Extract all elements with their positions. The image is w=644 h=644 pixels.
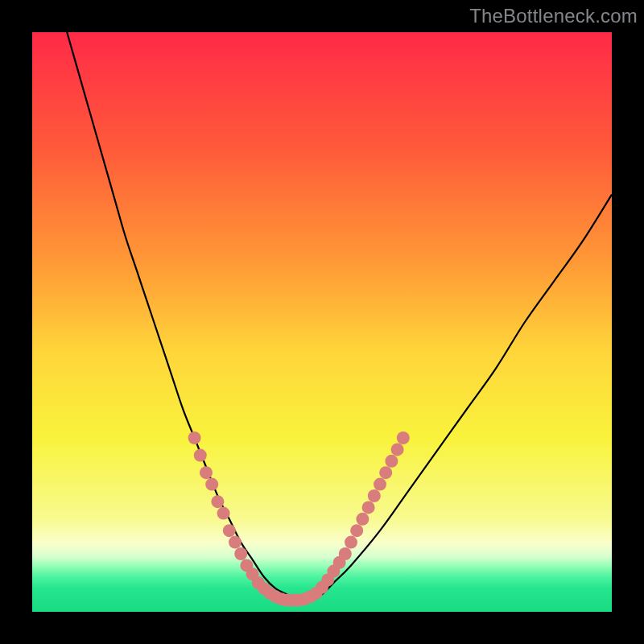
highlight-dot <box>362 501 375 514</box>
highlight-dot <box>205 478 218 491</box>
highlight-dot <box>211 495 224 508</box>
highlight-dot <box>188 431 201 444</box>
highlight-dot <box>385 455 398 468</box>
highlight-dot <box>374 478 386 491</box>
highlight-dot <box>391 443 404 456</box>
highlight-dot <box>350 524 363 537</box>
highlight-dot <box>379 466 392 479</box>
highlight-dot <box>339 547 352 560</box>
highlight-dot <box>223 524 236 537</box>
plot-svg <box>32 32 612 612</box>
highlight-dot <box>368 489 381 502</box>
highlight-dot <box>397 431 410 444</box>
highlight-dot <box>229 536 242 549</box>
highlight-dot <box>356 513 369 526</box>
highlight-dot <box>200 466 213 479</box>
chart-root: TheBottleneck.com <box>0 0 644 644</box>
highlight-dot <box>345 536 357 549</box>
highlight-dot <box>217 507 230 520</box>
watermark-text: TheBottleneck.com <box>469 5 638 27</box>
highlight-dot <box>234 547 247 560</box>
highlight-dot <box>194 449 207 462</box>
plot-area <box>32 32 612 612</box>
